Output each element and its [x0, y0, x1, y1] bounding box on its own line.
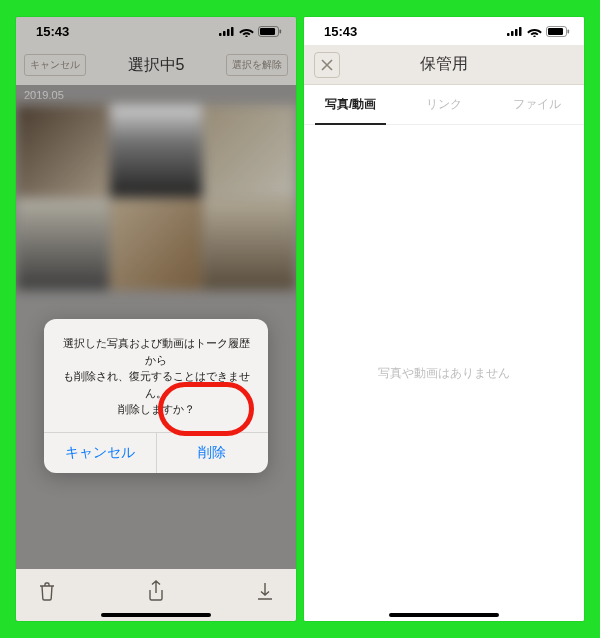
tab-files[interactable]: ファイル — [491, 85, 584, 124]
dialog-message: 選択した写真および動画はトーク履歴から も削除され、復元することはできません。 … — [44, 319, 268, 432]
phone-right: 15:43 保管用 写真/動画 リンク ファイル 写真や動画はありません — [304, 17, 584, 621]
wifi-icon — [527, 26, 542, 37]
status-bar: 15:43 — [304, 17, 584, 45]
dialog-line: 選択した写真および動画はトーク履歴から — [58, 335, 254, 368]
download-icon[interactable] — [256, 581, 274, 601]
tab-bar: 写真/動画 リンク ファイル — [304, 85, 584, 125]
status-icons — [507, 26, 570, 37]
confirm-dialog: 選択した写真および動画はトーク履歴から も削除され、復元することはできません。 … — [44, 319, 268, 473]
dialog-line: も削除され、復元することはできません。 — [58, 368, 254, 401]
status-time: 15:43 — [324, 24, 357, 39]
home-indicator — [389, 613, 499, 617]
tab-links[interactable]: リンク — [397, 85, 490, 124]
dialog-line: 削除しますか？ — [58, 401, 254, 418]
battery-icon — [546, 26, 570, 37]
close-button[interactable] — [314, 52, 340, 78]
trash-icon[interactable] — [38, 581, 56, 601]
dialog-cancel-button[interactable]: キャンセル — [44, 433, 157, 473]
empty-state-text: 写真や動画はありません — [378, 365, 510, 382]
signal-icon — [507, 26, 523, 36]
home-indicator — [101, 613, 211, 617]
page-title: 保管用 — [420, 54, 468, 75]
empty-state: 写真や動画はありません — [304, 125, 584, 621]
tab-photos-videos[interactable]: 写真/動画 — [304, 85, 397, 124]
share-icon[interactable] — [147, 580, 165, 602]
svg-rect-12 — [548, 28, 563, 35]
svg-rect-8 — [511, 31, 514, 36]
dialog-delete-button[interactable]: 削除 — [157, 433, 269, 473]
close-icon — [321, 59, 333, 71]
phone-left: 15:43 キャンセル 選択中5 選択を解除 2019.05 選択した写真および… — [16, 17, 296, 621]
svg-rect-13 — [568, 29, 570, 33]
svg-rect-7 — [507, 33, 510, 36]
dialog-buttons: キャンセル 削除 — [44, 432, 268, 473]
svg-rect-9 — [515, 29, 518, 36]
nav-bar: 保管用 — [304, 45, 584, 85]
svg-rect-10 — [519, 27, 522, 36]
